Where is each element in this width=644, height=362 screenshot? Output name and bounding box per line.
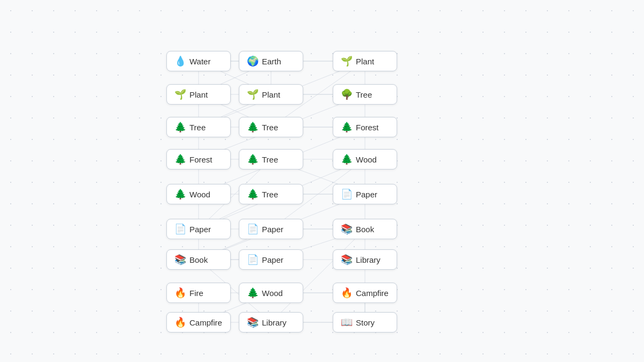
node-water[interactable]: 💧Water (166, 51, 231, 71)
node-label: Story (356, 318, 375, 327)
node-forest2[interactable]: 🌲Forest (166, 149, 231, 169)
wood-icon: 🌲 (174, 188, 186, 200)
background-dots (0, 0, 644, 362)
node-paper3[interactable]: 📄Paper (239, 219, 303, 239)
forest-icon: 🌲 (174, 153, 186, 165)
earth-icon: 🌍 (247, 55, 259, 67)
campfire-icon: 🔥 (174, 316, 186, 328)
node-label: Wood (262, 289, 283, 298)
paper-icon: 📄 (341, 188, 353, 200)
node-label: Paper (262, 225, 283, 234)
campfire-icon: 🔥 (341, 287, 353, 299)
node-book1[interactable]: 📚Book (333, 219, 397, 239)
water-icon: 💧 (174, 55, 186, 67)
node-wood3[interactable]: 🌲Wood (239, 283, 303, 303)
node-label: Tree (189, 123, 206, 132)
plant-icon: 🌱 (174, 88, 186, 100)
library-icon: 📚 (341, 254, 353, 265)
node-label: Plant (262, 90, 280, 99)
node-label: Plant (189, 90, 208, 99)
node-label: Forest (356, 123, 379, 132)
node-label: Campfire (356, 289, 389, 298)
paper-icon: 📄 (174, 223, 186, 235)
node-wood2[interactable]: 🌲Wood (166, 184, 231, 204)
node-label: Tree (262, 190, 278, 199)
plant-icon: 🌱 (247, 88, 259, 100)
node-label: Campfire (189, 318, 222, 327)
plant-icon: 🌱 (341, 55, 353, 67)
tree-icon: 🌳 (341, 88, 353, 100)
node-label: Book (189, 255, 208, 264)
node-label: Tree (262, 123, 278, 132)
library-icon: 📚 (247, 316, 259, 328)
wood-icon: 🌲 (247, 287, 259, 299)
paper-icon: 📄 (247, 223, 259, 235)
node-label: Library (356, 255, 380, 264)
node-label: Paper (262, 255, 283, 264)
node-tree2[interactable]: 🌲Tree (166, 117, 231, 137)
tree-icon: 🌲 (247, 153, 259, 165)
node-wood1[interactable]: 🌲Wood (333, 149, 397, 169)
node-label: Fire (189, 289, 203, 298)
node-label: Wood (356, 155, 377, 164)
node-label: Tree (262, 155, 278, 164)
forest-icon: 🌲 (341, 121, 353, 133)
node-book2[interactable]: 📚Book (166, 249, 231, 270)
tree-icon: 🌲 (174, 121, 186, 133)
node-earth[interactable]: 🌍Earth (239, 51, 303, 71)
paper-icon: 📄 (247, 254, 259, 265)
node-story[interactable]: 📖Story (333, 312, 397, 333)
node-label: Water (189, 57, 210, 66)
story-icon: 📖 (341, 316, 353, 328)
node-tree5[interactable]: 🌲Tree (239, 184, 303, 204)
node-tree4[interactable]: 🌲Tree (239, 149, 303, 169)
node-label: Paper (189, 225, 211, 234)
node-campfire1[interactable]: 🔥Campfire (333, 283, 397, 303)
node-label: Book (356, 225, 374, 234)
node-plant2[interactable]: 🌱Plant (166, 84, 231, 105)
node-plant1[interactable]: 🌱Plant (333, 51, 397, 71)
book-icon: 📚 (174, 254, 186, 265)
node-label: Forest (189, 155, 213, 164)
node-label: Earth (262, 57, 281, 66)
node-library1[interactable]: 📚Library (333, 249, 397, 270)
node-label: Paper (356, 190, 377, 199)
node-campfire2[interactable]: 🔥Campfire (166, 312, 231, 333)
node-label: Wood (189, 190, 210, 199)
node-tree1[interactable]: 🌳Tree (333, 84, 397, 105)
wood-icon: 🌲 (341, 153, 353, 165)
fire-icon: 🔥 (174, 287, 186, 299)
node-plant3[interactable]: 🌱Plant (239, 84, 303, 105)
node-forest1[interactable]: 🌲Forest (333, 117, 397, 137)
tree-icon: 🌲 (247, 188, 259, 200)
node-tree3[interactable]: 🌲Tree (239, 117, 303, 137)
node-fire1[interactable]: 🔥Fire (166, 283, 231, 303)
node-label: Library (262, 318, 287, 327)
node-label: Plant (356, 57, 374, 66)
node-paper4[interactable]: 📄Paper (239, 249, 303, 270)
node-label: Tree (356, 90, 372, 99)
node-paper1[interactable]: 📄Paper (333, 184, 397, 204)
tree-icon: 🌲 (247, 121, 259, 133)
node-paper2[interactable]: 📄Paper (166, 219, 231, 239)
node-library2[interactable]: 📚Library (239, 312, 303, 333)
book-icon: 📚 (341, 223, 353, 235)
